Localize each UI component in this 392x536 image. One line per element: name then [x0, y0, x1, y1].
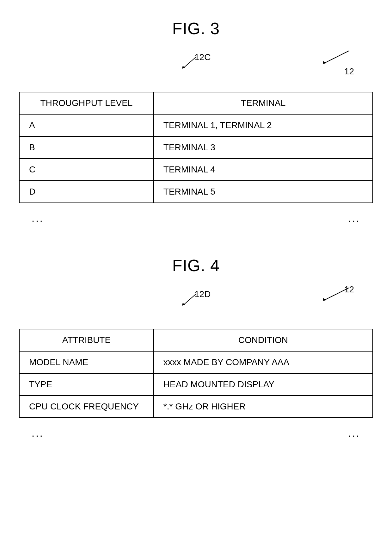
fig4-table: ATTRIBUTE CONDITION MODEL NAME xxxx MADE… — [19, 329, 373, 418]
fig3-ellipsis-right: ... — [348, 213, 360, 224]
fig3-row3-col1: C — [19, 159, 154, 181]
fig4-row3-col2: *.* GHz OR HIGHER — [154, 396, 373, 418]
fig3-row2-col1: B — [19, 136, 154, 159]
table-row: MODEL NAME xxxx MADE BY COMPANY AAA — [19, 351, 373, 373]
svg-line-0 — [324, 51, 349, 63]
table-row: C TERMINAL 4 — [19, 159, 373, 181]
table-row: TYPE HEAD MOUNTED DISPLAY — [19, 373, 373, 396]
fig3-table-header-col1: THROUGHPUT LEVEL — [19, 92, 154, 114]
fig3-row2-col2: TERMINAL 3 — [154, 136, 373, 159]
svg-line-6 — [183, 294, 196, 305]
fig4-ellipsis-right: ... — [348, 427, 360, 439]
fig3-table-header-col2: TERMINAL — [154, 92, 373, 114]
ref-label-12-fig4: 12 — [344, 284, 354, 295]
fig3-row1-col2: TERMINAL 1, TERMINAL 2 — [154, 114, 373, 136]
ref-label-12-fig3: 12 — [344, 66, 354, 77]
svg-line-2 — [183, 57, 196, 68]
fig4-section: FIG. 4 12 12D ATTRIBUTE CONDITION — [19, 256, 373, 446]
fig4-ellipsis: ... ... — [19, 421, 373, 446]
fig4-row2-col2: HEAD MOUNTED DISPLAY — [154, 373, 373, 396]
fig3-row4-col1: D — [19, 181, 154, 203]
fig3-ellipsis-left: ... — [32, 213, 44, 224]
fig4-table-header-col2: CONDITION — [154, 329, 373, 351]
page: FIG. 3 12 12C THROUGHPUT LEVEL TERMINAL — [0, 0, 392, 536]
fig4-table-header-col1: ATTRIBUTE — [19, 329, 154, 351]
fig3-ellipsis: ... ... — [19, 206, 373, 231]
fig4-title: FIG. 4 — [19, 256, 373, 275]
fig4-ellipsis-left: ... — [32, 427, 44, 439]
table-row: B TERMINAL 3 — [19, 136, 373, 159]
fig4-row1-col1: MODEL NAME — [19, 351, 154, 373]
fig3-row1-col1: A — [19, 114, 154, 136]
fig3-row4-col2: TERMINAL 5 — [154, 181, 373, 203]
fig4-row2-col1: TYPE — [19, 373, 154, 396]
table-row: A TERMINAL 1, TERMINAL 2 — [19, 114, 373, 136]
ref-label-12c-fig3: 12C — [194, 52, 211, 62]
fig3-row3-col2: TERMINAL 4 — [154, 159, 373, 181]
fig4-row3-col1: CPU CLOCK FREQUENCY — [19, 396, 154, 418]
fig3-title: FIG. 3 — [19, 19, 373, 38]
table-row: CPU CLOCK FREQUENCY *.* GHz OR HIGHER — [19, 396, 373, 418]
fig4-row1-col2: xxxx MADE BY COMPANY AAA — [154, 351, 373, 373]
table-row: D TERMINAL 5 — [19, 181, 373, 203]
fig3-table: THROUGHPUT LEVEL TERMINAL A TERMINAL 1, … — [19, 92, 373, 203]
ref-label-12d-fig4: 12D — [194, 289, 211, 299]
fig3-section: FIG. 3 12 12C THROUGHPUT LEVEL TERMINAL — [19, 19, 373, 231]
